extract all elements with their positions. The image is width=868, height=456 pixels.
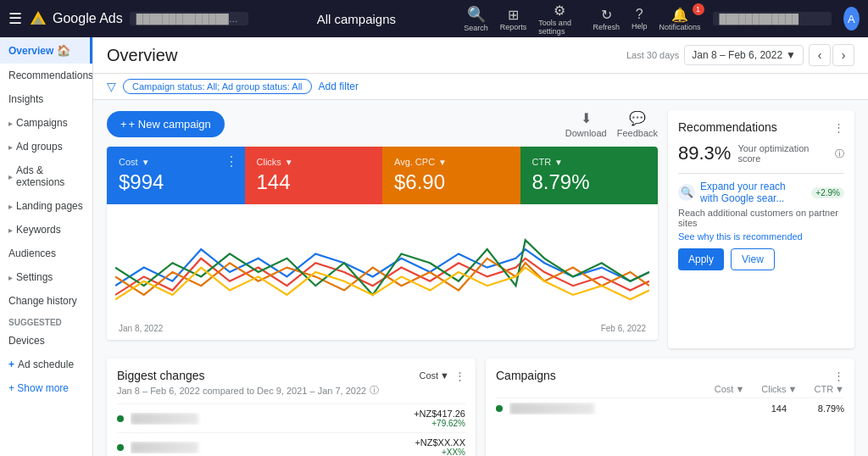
rec-item-link[interactable]: See why this is recommended (678, 231, 844, 242)
chevron-right-icon-6: ▸ (8, 273, 13, 282)
audiences-sidebar-label: Audiences (8, 247, 56, 259)
all-campaigns-label: All campaigns (317, 12, 396, 26)
chevron-right-icon-5: ▸ (8, 225, 13, 235)
sidebar-item-insights[interactable]: Insights (0, 87, 92, 111)
chevron-right-icon-3: ▸ (8, 172, 13, 181)
sidebar-item-campaigns[interactable]: ▸ Campaigns (0, 111, 92, 135)
col-header-ctr[interactable]: CTR ▼ (815, 384, 845, 394)
date-nav-arrows: ‹ › (809, 44, 854, 66)
chevron-down-icon: ▼ (735, 384, 744, 394)
reports-nav-label: Reports (500, 23, 527, 31)
avatar[interactable]: A (843, 7, 860, 31)
campaigns-more-icon[interactable]: ⋮ (833, 370, 844, 382)
search-nav-item[interactable]: 🔍 Search (464, 5, 488, 32)
hamburger-menu[interactable]: ☰ (8, 9, 22, 28)
biggest-changes-metric-select[interactable]: Cost ▼ (419, 370, 449, 381)
tools-nav-item[interactable]: ⚙ Tools and settings (538, 3, 581, 36)
notifications-nav-item[interactable]: 🔔 1 Notifications (659, 7, 701, 31)
refresh-nav-label: Refresh (593, 23, 620, 31)
metrics-card: Cost ▼ $994 ⋮ Clicks ▼ 144 (107, 147, 658, 340)
rec-item-title[interactable]: Expand your reach with Google sear... (700, 181, 806, 204)
metric-cost-more[interactable]: ⋮ (225, 153, 238, 170)
download-label: Download (565, 128, 607, 138)
last-days-label: Last 30 days (626, 50, 679, 60)
feedback-action[interactable]: 💬 Feedback (617, 110, 658, 138)
new-campaign-label: + New campaign (129, 118, 211, 131)
rec-apply-button[interactable]: Apply (678, 248, 724, 270)
sidebar-item-ad-groups[interactable]: ▸ Ad groups (0, 135, 92, 158)
refresh-nav-item[interactable]: ↻ Refresh (593, 7, 620, 31)
row-change: +79.62% (414, 419, 465, 428)
sidebar-item-devices[interactable]: Devices (0, 329, 92, 353)
main-content: + + New campaign ⬇ Download 💬 Feedback (93, 100, 868, 359)
metric-ctr-dropdown[interactable]: ▼ (554, 158, 563, 167)
biggest-changes-more-icon[interactable]: ⋮ (454, 370, 465, 382)
filter-chip-text: Campaign status: All; Ad group status: A… (132, 81, 303, 92)
filter-icon: ▽ (107, 80, 116, 93)
ads-extensions-sidebar-label: Ads & extensions (16, 164, 84, 188)
sidebar-item-audiences[interactable]: Audiences (0, 242, 92, 265)
rec-item-badge: +2.9% (811, 187, 844, 198)
chevron-down-icon: ▼ (788, 384, 798, 394)
left-panel: + + New campaign ⬇ Download 💬 Feedback (107, 110, 658, 348)
metric-cost-dropdown[interactable]: ▼ (142, 158, 150, 167)
feedback-label: Feedback (617, 128, 658, 138)
metric-cost-header: Cost ▼ (119, 157, 233, 167)
campaigns-title: Campaigns (496, 369, 556, 382)
campaigns-sidebar-label: Campaigns (16, 117, 68, 129)
blurred-name (131, 413, 198, 425)
metric-clicks-header: Clicks ▼ (257, 157, 371, 167)
download-action[interactable]: ⬇ Download (565, 110, 607, 138)
row-change-2: +XX% (415, 448, 465, 456)
col-header-cost[interactable]: Cost ▼ (715, 384, 745, 394)
filter-chip[interactable]: Campaign status: All; Ad group status: A… (123, 79, 312, 94)
rec-score-label-block: Your optimization score ⓘ (737, 143, 844, 164)
account-display[interactable]: ████████████ (713, 12, 832, 25)
date-range-button[interactable]: Jan 8 – Feb 6, 2022 ▼ (684, 45, 804, 65)
metric-cpc-value: $6.90 (394, 170, 509, 194)
chart-area: Jan 8, 2022 Feb 6, 2022 (107, 204, 658, 340)
next-date-button[interactable]: › (832, 44, 854, 66)
campaigns-card: Campaigns ⋮ Cost ▼ Clicks ▼ CTR ▼ (486, 359, 854, 456)
prev-date-button[interactable]: ‹ (809, 44, 831, 66)
metric-ctr-value: 8.79% (532, 170, 647, 194)
page-header: Overview Last 30 days Jan 8 – Feb 6, 202… (93, 37, 868, 74)
metric-cpc-dropdown[interactable]: ▼ (438, 158, 447, 167)
sidebar-item-ads-extensions[interactable]: ▸ Ads & extensions (0, 158, 92, 194)
metric-cpc-header: Avg. CPC ▼ (394, 157, 509, 167)
sidebar-item-change-history[interactable]: Change history (0, 289, 92, 313)
sidebar-item-settings[interactable]: ▸ Settings (0, 265, 92, 289)
reports-nav-item[interactable]: ⊞ Reports (500, 7, 527, 31)
blurred-name-2 (131, 442, 198, 453)
metric-clicks-value: 144 (257, 170, 371, 194)
rec-item-1: 🔍 Expand your reach with Google sear... … (678, 173, 844, 277)
sidebar-item-ad-schedule[interactable]: + Ad schedule (0, 353, 92, 376)
sidebar-item-keywords[interactable]: ▸ Keywords (0, 218, 92, 242)
new-campaign-button[interactable]: + + New campaign (107, 111, 225, 137)
right-panel: Recommendations ⋮ 89.3% Your optimizatio… (668, 110, 854, 348)
info-icon: ⓘ (835, 147, 844, 160)
metric-clicks-dropdown[interactable]: ▼ (285, 158, 293, 167)
rec-item-icon: 🔍 (678, 184, 695, 201)
campaign-name (509, 403, 729, 414)
rec-view-button[interactable]: View (731, 248, 775, 270)
add-filter-button[interactable]: Add filter (319, 81, 359, 92)
feedback-icon: 💬 (629, 110, 646, 126)
metric-cost-value: $994 (119, 170, 233, 194)
account-name[interactable]: ████████████████ (130, 12, 248, 25)
rec-more-icon[interactable]: ⋮ (833, 121, 844, 134)
campaign-ctr: 8.79% (793, 403, 844, 414)
table-row: +NZ$417.26 +79.62% (117, 403, 465, 432)
sidebar-item-landing-pages[interactable]: ▸ Landing pages (0, 194, 92, 218)
sidebar-item-overview[interactable]: Overview 🏠 (0, 37, 92, 64)
col-header-clicks[interactable]: Clicks ▼ (761, 384, 797, 394)
search-nav-label: Search (464, 24, 488, 32)
chart-label-end: Feb 6, 2022 (601, 324, 646, 333)
subtitle-info-icon: ⓘ (370, 384, 379, 397)
search-expand-icon: 🔍 (681, 186, 693, 198)
sidebar-show-more[interactable]: + Show more (0, 376, 92, 400)
sidebar-item-recommendations[interactable]: Recommendations (0, 64, 92, 87)
rec-actions: Apply View (678, 248, 844, 270)
help-nav-item[interactable]: ? Help (632, 7, 648, 31)
settings-sidebar-label: Settings (16, 271, 53, 283)
